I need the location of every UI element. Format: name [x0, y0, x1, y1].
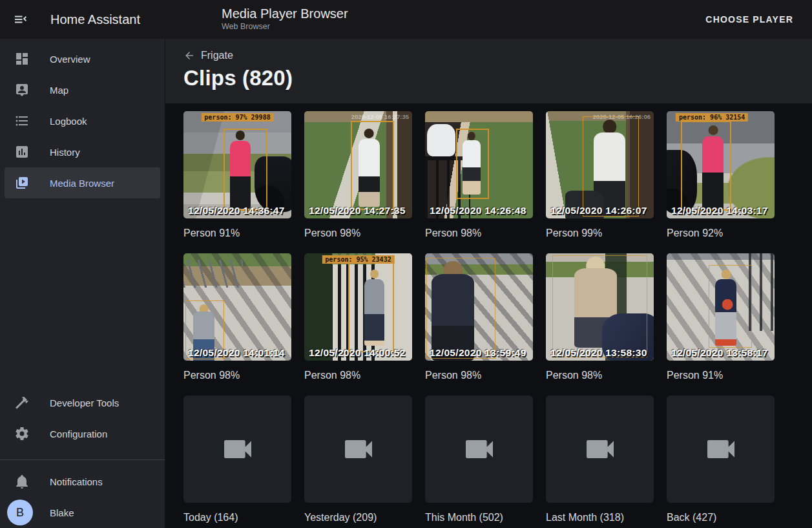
sidebar-item-notifications[interactable]: Notifications: [5, 466, 160, 497]
detection-tag: person: 97% 29988: [201, 113, 273, 121]
page-title: Clips (820): [183, 66, 812, 90]
clip-thumbnail: 2020-12-05 16:27:35 12/05/2020 14:27:35: [304, 111, 412, 218]
page-heading: Media Player Browser Web Browser: [222, 6, 348, 31]
clip-timestamp: 12/05/2020 14:00:52: [309, 347, 406, 359]
clip-caption: Person 98%: [304, 226, 412, 240]
sidebar-item-configuration[interactable]: Configuration: [5, 418, 160, 449]
clip-timestamp: 12/05/2020 14:27:35: [309, 205, 406, 216]
detection-bbox: [351, 121, 394, 210]
detection-tag: person: 95% 23432: [322, 255, 394, 264]
clip-thumbnail: 12/05/2020 13:58:30: [546, 253, 654, 361]
clip-caption: Person 92%: [667, 226, 775, 240]
detection-bbox: [552, 255, 647, 357]
clip-timestamp: 12/05/2020 13:58:17: [671, 347, 768, 359]
sidebar-item-label: Media Browser: [50, 178, 114, 189]
sidebar-item-developer-tools[interactable]: Developer Tools: [5, 387, 160, 418]
folder-item-this-month[interactable]: This Month (502): [425, 396, 533, 524]
clip-timestamp: 12/05/2020 13:59:49: [430, 347, 526, 359]
detection-tag: person: 96% 32154: [676, 113, 748, 121]
clip-thumbnail: 2020-12-05 16:26:06 12/05/2020 14:26:07: [546, 111, 654, 218]
chart-box-icon: [14, 144, 30, 160]
sidebar-toggle-icon[interactable]: [13, 12, 28, 27]
clip-item[interactable]: 12/05/2020 13:58:30 Person 98%: [546, 253, 654, 382]
detection-bbox: [224, 129, 267, 211]
clip-thumbnail: 12/05/2020 14:01:14: [183, 253, 291, 361]
avatar: B: [7, 500, 33, 525]
clip-caption: Person 99%: [546, 226, 654, 240]
sidebar-item-map[interactable]: Map: [5, 74, 160, 105]
video-camera-icon: [582, 431, 618, 467]
sidebar-item-label: Developer Tools: [50, 397, 119, 408]
folder-caption: This Month (502): [425, 511, 533, 524]
folder-caption: Last Month (318): [546, 511, 654, 524]
sidebar-item-label: Configuration: [50, 428, 107, 439]
clip-item[interactable]: 12/05/2020 13:58:17 Person 91%: [667, 253, 775, 382]
folder-thumbnail: [425, 396, 533, 503]
detection-bbox: [583, 116, 639, 216]
clip-timestamp: 12/05/2020 14:36:47: [188, 205, 285, 216]
sidebar-item-label: History: [50, 147, 80, 158]
clip-caption: Person 98%: [425, 226, 533, 240]
clip-item[interactable]: 12/05/2020 13:59:49 Person 98%: [425, 253, 533, 382]
media-grid: person: 97% 29988 12/05/2020 14:36:47 Pe…: [183, 111, 812, 524]
detection-bbox: [681, 121, 731, 211]
clip-timestamp: 12/05/2020 13:58:30: [550, 347, 647, 359]
sidebar-item-media-browser[interactable]: Media Browser: [5, 167, 160, 198]
clip-item[interactable]: 2020-12-05 16:27:35 12/05/2020 14:27:35 …: [304, 111, 412, 240]
camera-osd-timestamp: 2020-12-05 16:26:06: [593, 113, 651, 120]
breadcrumb-label: Frigate: [201, 50, 233, 61]
folder-item-today[interactable]: Today (164): [183, 396, 291, 524]
gear-icon: [14, 426, 30, 441]
app-bar: Home Assistant Media Player Browser Web …: [0, 0, 812, 39]
folder-thumbnail: [546, 396, 654, 503]
folder-item-yesterday[interactable]: Yesterday (209): [304, 396, 412, 524]
video-camera-icon: [340, 431, 377, 467]
content-header: Frigate Clips (820): [165, 39, 812, 103]
clip-item[interactable]: person: 96% 32154 12/05/2020 14:03:17 Pe…: [667, 111, 775, 240]
sidebar-item-label: Overview: [50, 54, 90, 65]
sidebar-item-user[interactable]: B Blake: [5, 497, 160, 528]
sidebar-item-label: Map: [50, 85, 68, 96]
clip-timestamp: 12/05/2020 14:26:48: [430, 205, 526, 216]
folder-thumbnail: [183, 396, 291, 503]
breadcrumb-back-frigate[interactable]: Frigate: [183, 50, 233, 61]
clip-item[interactable]: 12/05/2020 14:01:14 Person 98%: [183, 253, 291, 382]
page-subtitle: Web Browser: [222, 22, 348, 31]
page-title: Media Player Browser: [222, 6, 348, 21]
play-box-multiple-icon: [14, 175, 30, 191]
sidebar: Overview Map Logbook History Media Brows…: [0, 39, 165, 528]
clip-item[interactable]: person: 97% 29988 12/05/2020 14:36:47 Pe…: [183, 111, 291, 240]
clip-thumbnail: 12/05/2020 13:59:49: [425, 253, 533, 361]
folder-item-back[interactable]: Back (427): [667, 396, 775, 524]
clip-item[interactable]: person: 95% 23432 12/05/2020 14:00:52 Pe…: [304, 253, 412, 382]
clip-timestamp: 12/05/2020 14:26:07: [550, 205, 647, 216]
choose-player-button[interactable]: CHOOSE PLAYER: [700, 9, 798, 30]
clip-caption: Person 91%: [667, 368, 775, 382]
sidebar-item-label: Notifications: [50, 476, 103, 487]
video-camera-icon: [220, 431, 256, 467]
folder-item-last-month[interactable]: Last Month (318): [546, 396, 654, 524]
clip-caption: Person 98%: [304, 368, 412, 382]
sidebar-item-overview[interactable]: Overview: [5, 43, 160, 74]
folder-thumbnail: [667, 396, 775, 503]
sidebar-divider: [0, 459, 165, 460]
hammer-icon: [14, 395, 30, 410]
detection-bbox: [348, 261, 393, 352]
detection-bbox: [426, 258, 495, 359]
sidebar-item-history[interactable]: History: [5, 136, 160, 167]
detection-bbox: [456, 129, 488, 200]
folder-caption: Back (427): [667, 511, 775, 524]
user-name: Blake: [50, 507, 74, 518]
clip-item[interactable]: 12/05/2020 14:26:48 Person 98%: [425, 111, 533, 240]
clip-item[interactable]: 2020-12-05 16:26:06 12/05/2020 14:26:07 …: [546, 111, 654, 240]
video-camera-icon: [703, 431, 739, 467]
account-location-icon: [14, 82, 30, 98]
bell-icon: [14, 474, 30, 489]
folder-caption: Today (164): [183, 511, 291, 524]
main-content: Frigate Clips (820) person: 97% 29988 12…: [165, 39, 812, 528]
sidebar-item-logbook[interactable]: Logbook: [5, 105, 160, 136]
video-camera-icon: [461, 431, 497, 467]
folder-caption: Yesterday (209): [304, 511, 412, 524]
clip-thumbnail: person: 97% 29988 12/05/2020 14:36:47: [183, 111, 291, 218]
clip-caption: Person 98%: [183, 368, 291, 382]
